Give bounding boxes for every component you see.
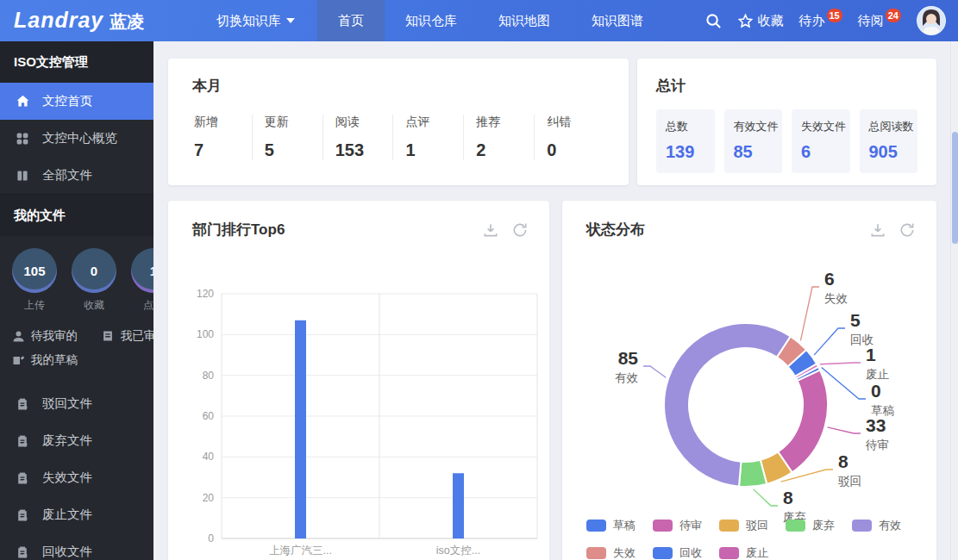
sidebar-item-all-files[interactable]: 全部文件 [0, 157, 153, 194]
link-reviewed-by-me[interactable]: 我已审 [102, 328, 153, 344]
legend-swatch [653, 547, 673, 559]
legend-item-废止[interactable]: 废止 [719, 545, 768, 560]
legend-label: 回收 [679, 545, 702, 560]
legend-swatch [786, 520, 805, 532]
clipboard-icon [16, 470, 30, 485]
clipboard-icon [16, 544, 30, 559]
stat-value: 905 [869, 142, 918, 162]
svg-text:33: 33 [866, 415, 886, 435]
counter-favorites[interactable]: 0 收藏 [72, 248, 116, 313]
stat-value: 85 [734, 142, 783, 162]
knowledge-base-switcher[interactable]: 切换知识库 [194, 0, 317, 41]
legend-item-有效[interactable]: 有效 [852, 518, 901, 533]
sidebar-item-rejected-files[interactable]: 驳回文件 [0, 385, 153, 422]
sidebar-item-expired-files[interactable]: 失效文件 [0, 459, 153, 496]
total-stats-card: 总计 总数 139 有效文件 85 失效文件 6 总阅读数 905 [637, 59, 936, 185]
sidebar-item-label: 文控中心概览 [42, 130, 117, 146]
legend-label: 废止 [746, 545, 768, 560]
nav-item-label: 知识图谱 [592, 13, 643, 29]
sidebar-item-discarded-files[interactable]: 废弃文件 [0, 422, 153, 459]
stat-value: 7 [194, 140, 252, 160]
legend-item-待审[interactable]: 待审 [653, 518, 702, 533]
legend-swatch [852, 520, 872, 532]
legend-item-草稿[interactable]: 草稿 [586, 518, 636, 533]
brand-name-cn: 蓝凌 [110, 10, 144, 34]
legend-label: 驳回 [746, 518, 768, 533]
legend-item-废弃[interactable]: 废弃 [786, 518, 835, 533]
stat-recommended: 推荐 2 [463, 115, 534, 160]
logo[interactable]: Landray 蓝凌 [0, 8, 194, 34]
counter-uploads[interactable]: 105 上传 [12, 248, 57, 313]
legend-label: 失效 [613, 545, 636, 560]
counter-label: 收藏 [72, 298, 116, 313]
svg-text:20: 20 [203, 492, 215, 504]
stat-value: 153 [335, 140, 393, 160]
nav-item-knowledge-repo[interactable]: 知识仓库 [385, 0, 478, 41]
sidebar-section-docs-header: ISO文控管理 [0, 41, 153, 83]
link-pending-my-review[interactable]: 待我审的 [12, 328, 78, 344]
sidebar-item-doc-center-overview[interactable]: 文控中心概览 [0, 120, 153, 157]
stat-label: 阅读 [335, 115, 393, 130]
counter-comments[interactable]: 1 点评 [131, 248, 153, 313]
stat-value: 2 [476, 140, 534, 160]
book-icon [16, 168, 30, 183]
favorites-button[interactable]: 收藏 [737, 13, 784, 29]
chevron-down-icon [286, 18, 295, 23]
svg-text:0: 0 [208, 532, 214, 544]
toread-button[interactable]: 待阅 24 [858, 13, 901, 29]
top-navbar: Landray 蓝凌 切换知识库 首页 知识仓库 知识地图 知识图谱 收藏 待办… [0, 0, 958, 41]
counter-value: 105 [12, 248, 57, 293]
search-button[interactable] [705, 13, 722, 29]
sidebar-item-label: 驳回文件 [42, 395, 92, 412]
legend-item-驳回[interactable]: 驳回 [719, 518, 768, 533]
stat-label: 纠错 [547, 115, 604, 130]
nav-item-label: 知识地图 [498, 13, 550, 29]
quick-link-label: 我已审 [121, 328, 153, 344]
sidebar-item-label: 废弃文件 [42, 432, 92, 449]
sidebar-item-recycled-files[interactable]: 回收文件 [0, 533, 153, 560]
link-my-drafts[interactable]: 我的草稿 [12, 352, 78, 368]
donut-legend: 草稿待审驳回废弃有效失效回收废止 [586, 518, 923, 560]
sidebar-item-abolished-files[interactable]: 废止文件 [0, 496, 153, 533]
donut-chart[interactable]: 6失效5回收1废止0草稿33待审8驳回8废弃85有效 [562, 201, 936, 560]
stat-value: 1 [405, 140, 463, 160]
nav-item-knowledge-graph[interactable]: 知识图谱 [571, 0, 664, 41]
legend-label: 待审 [679, 518, 702, 533]
todo-label: 待办 [799, 13, 825, 29]
search-icon [705, 13, 722, 29]
svg-text:废止: 废止 [866, 368, 890, 381]
legend-swatch [586, 520, 606, 532]
legend-item-失效[interactable]: 失效 [586, 545, 636, 560]
page-scrollbar[interactable] [950, 41, 958, 560]
svg-text:待审: 待审 [865, 439, 889, 451]
sidebar-item-doc-home[interactable]: 文控首页 [0, 83, 153, 120]
user-icon [12, 330, 25, 343]
stat-label: 总阅读数 [869, 119, 918, 134]
svg-text:1: 1 [866, 345, 876, 364]
month-stats-card: 本月 新增 7 更新 5 阅读 153 点评 1 [168, 59, 629, 185]
todo-button[interactable]: 待办 15 [799, 13, 842, 29]
quick-links: 待我审的 我已审 我的草稿 [0, 318, 153, 380]
scrollbar-thumb[interactable] [952, 132, 958, 244]
legend-swatch [719, 547, 739, 559]
stat-total-reads: 总阅读数 905 [860, 109, 918, 173]
stat-label: 有效文件 [734, 119, 783, 134]
nav-item-home[interactable]: 首页 [317, 0, 385, 41]
counter-label: 上传 [12, 298, 57, 313]
quick-link-label: 我的草稿 [31, 352, 78, 368]
legend-item-回收[interactable]: 回收 [653, 545, 702, 560]
stat-label: 更新 [265, 115, 322, 130]
user-avatar[interactable] [917, 6, 946, 35]
sidebar-section-mine-header: 我的文件 [0, 194, 153, 236]
svg-text:8: 8 [838, 451, 848, 471]
svg-text:120: 120 [197, 288, 214, 300]
stat-comments: 点评 1 [392, 115, 463, 160]
status-distribution-card: 状态分布 6失效5回收1废止0草稿33待审8驳回8废弃85有效 草稿待审驳回废弃… [562, 201, 936, 560]
avatar-image [917, 7, 945, 34]
svg-text:0: 0 [871, 381, 881, 401]
month-card-title: 本月 [192, 76, 604, 96]
stat-label: 新增 [194, 115, 252, 130]
legend-label: 草稿 [613, 518, 636, 533]
nav-item-knowledge-map[interactable]: 知识地图 [478, 0, 571, 41]
bar-chart[interactable]: 020406080100120上海广汽三...iso文控... [168, 201, 549, 560]
